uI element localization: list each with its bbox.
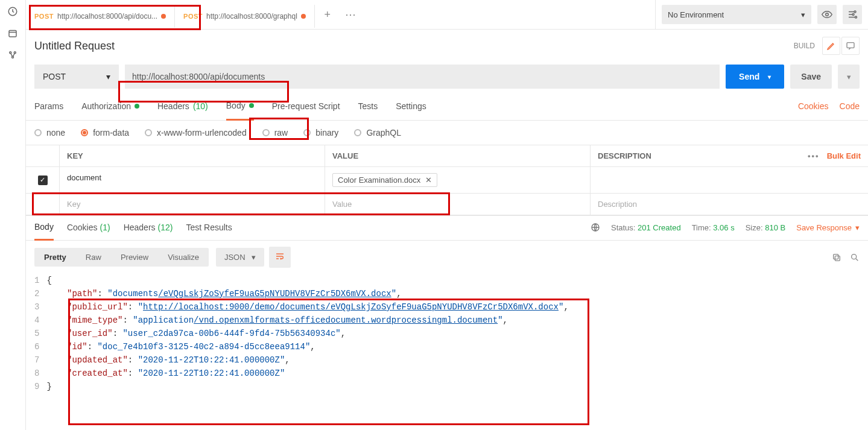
column-value: VALUE — [325, 145, 591, 166]
size-label: Size: — [746, 223, 763, 232]
body-type-binary[interactable]: binary — [303, 128, 338, 138]
chevron-down-icon: ▾ — [855, 223, 860, 232]
environment-settings-button[interactable] — [843, 5, 862, 24]
value-cell[interactable]: Color Examination.docx ✕ — [325, 167, 591, 193]
response-tabs: Body Cookies (1) Headers (12) Test Resul… — [26, 215, 868, 241]
method-value: POST — [43, 72, 66, 81]
svg-point-13 — [852, 254, 857, 259]
tab-method: POST — [183, 13, 203, 20]
save-dropdown-button[interactable]: ▾ — [838, 65, 860, 89]
body-type-raw[interactable]: raw — [262, 128, 288, 138]
resp-tab-tests[interactable]: Test Results — [186, 223, 232, 239]
description-input[interactable]: Description — [591, 194, 868, 215]
collections-icon[interactable] — [7, 28, 18, 39]
dirty-dot-icon — [301, 14, 306, 19]
pencil-icon — [826, 41, 836, 51]
chevron-down-icon: ▾ — [252, 253, 256, 262]
svg-rect-1 — [9, 31, 16, 37]
tab-headers[interactable]: Headers (10) — [157, 101, 208, 119]
request-tab-2[interactable]: POST http://localhost:8000/graphql — [175, 5, 315, 28]
column-key: KEY — [60, 145, 325, 166]
value-input[interactable]: Value — [325, 194, 591, 215]
status-label: Status: — [611, 223, 635, 232]
tab-params[interactable]: Params — [34, 101, 63, 119]
environment-preview-button[interactable] — [817, 5, 837, 24]
globe-icon[interactable] — [591, 223, 600, 232]
new-tab-button[interactable]: + — [317, 4, 338, 25]
cookies-link[interactable]: Cookies — [798, 101, 829, 111]
url-input[interactable] — [125, 65, 720, 89]
view-raw[interactable]: Raw — [76, 248, 111, 267]
key-cell[interactable]: document — [60, 167, 325, 193]
svg-rect-12 — [834, 254, 838, 259]
svg-rect-11 — [835, 256, 840, 261]
description-cell[interactable] — [591, 167, 868, 193]
eye-icon — [822, 9, 832, 20]
wrap-lines-button[interactable] — [269, 247, 291, 268]
row-checkbox[interactable]: ✓ — [38, 175, 48, 185]
save-label: Save — [801, 72, 821, 81]
svg-point-8 — [855, 16, 857, 18]
format-select[interactable]: JSON ▾ — [216, 248, 264, 267]
body-type-none[interactable]: none — [34, 128, 65, 138]
history-icon[interactable] — [7, 6, 18, 17]
sliders-icon — [847, 9, 858, 20]
body-type-form-data[interactable]: form-data — [81, 128, 129, 138]
tab-tests[interactable]: Tests — [358, 101, 378, 119]
time-value: 3.06 s — [713, 223, 734, 232]
code-link[interactable]: Code — [840, 101, 860, 111]
more-columns-button[interactable]: ••• — [808, 151, 820, 160]
bulk-edit-link[interactable]: Bulk Edit — [827, 151, 861, 160]
svg-point-7 — [852, 14, 854, 16]
send-button[interactable]: Send ▾ — [726, 65, 784, 89]
resp-tab-body[interactable]: Body — [34, 222, 54, 241]
svg-point-3 — [14, 52, 16, 54]
save-response-button[interactable]: Save Response ▾ — [796, 223, 860, 232]
tab-prerequest[interactable]: Pre-request Script — [272, 101, 340, 119]
edit-button[interactable] — [822, 37, 840, 55]
response-view-bar: Pretty Raw Preview Visualize JSON ▾ — [26, 241, 868, 274]
dot-icon — [249, 103, 254, 108]
dirty-dot-icon — [161, 14, 166, 19]
search-icon[interactable] — [850, 253, 860, 262]
body-type-xwww[interactable]: x-www-form-urlencoded — [145, 128, 247, 138]
response-body[interactable]: 123456789 { "path": "documents/eVQgLskjZ… — [26, 274, 868, 430]
view-pretty[interactable]: Pretty — [34, 248, 76, 267]
form-data-table: KEY VALUE DESCRIPTION ••• Bulk Edit ✓ do… — [26, 145, 868, 215]
svg-point-4 — [12, 56, 14, 58]
table-row: ✓ document Color Examination.docx ✕ — [26, 167, 868, 194]
remove-file-button[interactable]: ✕ — [425, 175, 432, 185]
body-type-graphql[interactable]: GraphQL — [354, 128, 401, 138]
tab-body[interactable]: Body — [226, 101, 254, 121]
view-preview[interactable]: Preview — [111, 248, 158, 267]
svg-rect-9 — [847, 43, 854, 48]
chevron-down-icon: ▾ — [801, 10, 805, 19]
tab-settings[interactable]: Settings — [396, 101, 426, 119]
apis-icon[interactable] — [7, 49, 18, 60]
request-subtabs: Params Authorization Headers (10) Body P… — [26, 92, 868, 121]
request-title[interactable]: Untitled Request — [34, 40, 794, 52]
key-input[interactable]: Key — [60, 194, 325, 215]
topbar: POST http://localhost:8000/api/docu... P… — [26, 0, 868, 30]
copy-icon[interactable] — [832, 253, 841, 262]
tab-overflow-button[interactable]: ⋯ — [340, 4, 361, 25]
request-tab-1[interactable]: POST http://localhost:8000/api/docu... — [26, 5, 175, 28]
view-visualize[interactable]: Visualize — [158, 248, 209, 267]
table-row-empty: Key Value Description — [26, 194, 868, 215]
time-label: Time: — [692, 223, 711, 232]
method-select[interactable]: POST ▾ — [34, 65, 119, 89]
tab-url: http://localhost:8000/api/docu... — [57, 12, 157, 21]
environment-select[interactable]: No Environment ▾ — [662, 5, 811, 24]
left-sidebar — [0, 0, 26, 430]
response-code: { "path": "documents/eVQgLskjZoSyfeF9uaG… — [46, 274, 568, 424]
environment-label: No Environment — [668, 10, 724, 19]
resp-tab-headers[interactable]: Headers (12) — [124, 223, 173, 239]
svg-point-5 — [826, 13, 829, 16]
svg-point-6 — [854, 11, 856, 13]
save-button[interactable]: Save — [790, 65, 832, 89]
view-mode-segment: Pretty Raw Preview Visualize — [34, 248, 209, 267]
tab-authorization[interactable]: Authorization — [81, 101, 139, 119]
comment-button[interactable] — [841, 37, 860, 55]
build-button[interactable]: BUILD — [794, 42, 815, 50]
resp-tab-cookies[interactable]: Cookies (1) — [67, 223, 110, 239]
